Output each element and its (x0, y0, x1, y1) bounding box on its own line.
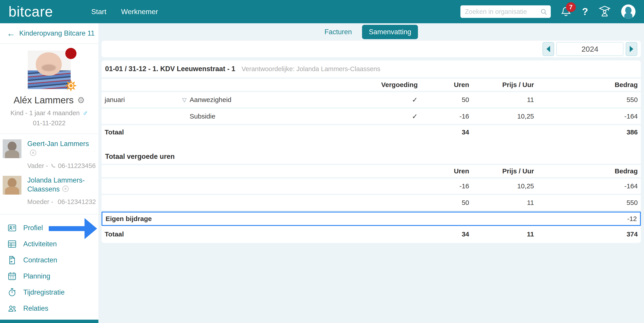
top-navigation: Start Werknemer (91, 8, 158, 16)
chevron-left-icon (546, 46, 550, 52)
contact-phone: 06-11223456 (58, 162, 96, 170)
sun-status-icon (64, 79, 77, 92)
tab-samenvatting[interactable]: Samenvatting (362, 25, 418, 39)
vergoeding-check-icon: ✓ (342, 96, 418, 104)
sidebar: ← Kinderopvang Bitcare 11 Aléx Lammers ⚙… (0, 23, 98, 323)
tabs-row: Facturen Samenvatting (98, 23, 644, 41)
chevron-right-icon (630, 46, 633, 52)
month-dropdown[interactable]: januari ▽ (105, 96, 190, 104)
back-link-label: Kinderopvang Bitcare 11 (19, 29, 94, 37)
sidebar-item-tijdregistratie[interactable]: Tijdregistratie (0, 284, 98, 300)
sidebar-item-relaties[interactable]: Relaties (0, 300, 98, 316)
child-photo-wrap (28, 50, 71, 89)
back-arrow-icon: ← (7, 29, 15, 38)
status-red-dot (65, 48, 76, 59)
contact-name-link[interactable]: Jolanda Lammers-Claassens (27, 176, 96, 195)
phone-icon (50, 162, 56, 169)
responsible-label: Verantwoordelijke: Jolanda Lammers-Claas… (242, 65, 380, 73)
search-box (460, 5, 551, 18)
sidebar-item-activiteiten[interactable]: Activiteiten (0, 236, 98, 252)
user-avatar[interactable] (621, 4, 636, 19)
dropdown-triangle-icon: ▽ (182, 97, 186, 103)
people-icon (7, 304, 17, 314)
id-card-icon (7, 223, 17, 233)
search-icon[interactable] (540, 8, 548, 17)
eigen-bijdrage-amount: -12 (535, 215, 637, 222)
nav-werknemer[interactable]: Werknemer (121, 8, 158, 16)
spacer (102, 139, 641, 151)
gear-icon[interactable]: ⚙ (77, 95, 85, 105)
sidebar-item-profiel[interactable]: Profiel (0, 220, 98, 236)
contract-icon (7, 255, 17, 265)
eigen-bijdrage-label: Eigen bijdrage (106, 215, 418, 222)
contact-photo[interactable] (3, 176, 22, 194)
main-content: Facturen Samenvatting 2024 01-01 / 31-12… (98, 23, 644, 323)
stopwatch-icon (7, 288, 17, 297)
eigen-bijdrage-highlighted-row: Eigen bijdrage -12 (102, 212, 641, 226)
table-icon (7, 239, 17, 249)
year-next-button[interactable] (626, 42, 637, 56)
sidebar-item-planning[interactable]: Planning (0, 268, 98, 284)
table1-total-row: Totaal 34 386 (102, 125, 641, 139)
year-field[interactable]: 2024 (556, 42, 624, 56)
sidebar-menu: Profiel Activiteiten Contracten (0, 214, 98, 323)
contact-photo[interactable] (3, 139, 22, 158)
child-birthdate: 01-11-2022 (0, 120, 98, 127)
child-name: Aléx Lammers (14, 95, 74, 106)
table-row: Subsidie ✓ -16 10,25 -164 (102, 109, 641, 125)
contact-role: Vader - (27, 162, 48, 170)
period-location-title: 01-01 / 31-12 - 1. KDV Leeuwenstraat - 1 (105, 65, 235, 73)
contacts-list: Geert-Jan Lammers Vader - 06- (0, 134, 98, 214)
section2-title: Totaal vergoede uren (102, 151, 641, 165)
academy-icon[interactable] (598, 4, 611, 19)
bitcare-logo[interactable]: bitcare (8, 3, 91, 20)
notifications-bell-icon[interactable]: 7 (560, 5, 572, 18)
contact-phone: 06-12341232 (58, 198, 96, 206)
calendar-icon (7, 271, 17, 281)
table1-header: Vergoeding Uren Prijs / Uur Bedrag (102, 79, 641, 92)
table-row: 50 11 550 (102, 195, 641, 212)
remove-contact-icon[interactable] (29, 149, 37, 159)
notification-badge: 7 (566, 2, 576, 12)
summary-card: 01-01 / 31-12 - 1. KDV Leeuwenstraat - 1… (102, 60, 641, 243)
sidebar-item-contracten[interactable]: Contracten (0, 252, 98, 268)
child-meta: Kind - 1 jaar 4 maanden (10, 110, 80, 117)
app-header: bitcare Start Werknemer 7 ? (0, 0, 644, 23)
table2-total-row: Totaal 34 11 374 (102, 227, 641, 241)
contact-row: Jolanda Lammers-Claassens Moeder - 06-12… (3, 176, 98, 206)
year-prev-button[interactable] (542, 42, 554, 56)
male-icon: ♂ (82, 109, 88, 117)
help-icon[interactable]: ? (582, 7, 588, 16)
contact-name-link[interactable]: Geert-Jan Lammers (27, 139, 96, 148)
back-link[interactable]: ← Kinderopvang Bitcare 11 (0, 23, 98, 44)
nav-start[interactable]: Start (91, 8, 106, 16)
table-row: -16 10,25 -164 (102, 178, 641, 195)
section-heading: 01-01 / 31-12 - 1. KDV Leeuwenstraat - 1… (102, 60, 641, 79)
remove-contact-icon[interactable] (62, 185, 70, 195)
table-row: januari ▽ Aanwezigheid ✓ 50 11 550 (102, 92, 641, 109)
contact-role: Moeder - (27, 198, 53, 206)
sidebar-item-financieel[interactable]: Financieel (0, 320, 98, 323)
search-input[interactable] (460, 5, 551, 18)
tab-facturen[interactable]: Facturen (324, 28, 352, 36)
contact-row: Geert-Jan Lammers Vader - 06- (3, 139, 98, 170)
year-selector-card: 2024 (102, 41, 641, 57)
table2-header: Uren Prijs / Uur Bedrag (102, 165, 641, 178)
vergoeding-check-icon: ✓ (342, 112, 418, 120)
